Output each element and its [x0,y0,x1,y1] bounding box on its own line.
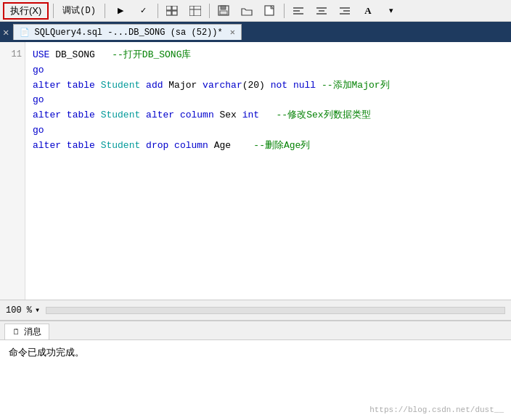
dropdown-arrow-btn[interactable]: ▾ [380,2,402,20]
align-right-icon [338,4,351,17]
text-format-icon: A [361,4,375,17]
icon-btn-5[interactable] [259,2,281,20]
icon-btn-8[interactable] [334,2,356,20]
grid-icon [165,4,179,17]
open-icon [240,4,253,17]
messages-tab[interactable]: 🗒 消息 [4,324,49,339]
file-icon: 📄 [20,28,30,37]
messages-tab-label: 消息 [24,326,41,338]
run-icon-btn[interactable]: ▶ [110,2,131,20]
svg-rect-8 [221,6,226,9]
query-tab[interactable]: 📄 SQLQuery4.sql -...DB_SONG (sa (52))* ✕ [13,24,241,40]
separator-3 [158,4,158,18]
svg-rect-9 [220,11,227,15]
align-left-icon [292,4,305,17]
icon-btn-7[interactable] [311,2,332,20]
chevron-down-icon: ▾ [385,4,398,17]
toolbar: 执行(X) 调试(D) ▶ ✓ [0,0,511,22]
statusbar: 100 % ▾ [0,300,511,320]
separator-5 [284,4,285,18]
code-editor[interactable]: USE DB_SONG --打开DB_SONG库 go alter table … [25,42,511,300]
zoom-value: 100 % [6,305,32,316]
editor-area: 11 USE DB_SONG --打开DB_SONG库 go alter tab… [0,42,511,300]
new-icon [263,4,277,17]
svg-rect-2 [166,11,171,15]
separator-2 [105,4,105,18]
check-icon-btn[interactable]: ✓ [133,2,155,20]
svg-rect-1 [172,6,177,10]
tab-close-btn[interactable]: ✕ [230,27,235,38]
watermark: https://blog.csdn.net/dust__ [369,405,504,414]
result-message: 命令已成功完成。 [9,347,84,358]
execute-button[interactable]: 执行(X) [3,2,49,20]
app-window: 执行(X) 调试(D) ▶ ✓ [0,0,511,420]
table-icon [189,4,202,17]
separator-4 [209,4,210,18]
align-center-icon [315,4,328,17]
separator-1 [53,4,54,18]
debug-button[interactable]: 调试(D) [58,2,100,20]
icon-btn-2[interactable] [184,2,206,20]
icon-btn-4[interactable] [236,2,258,20]
results-tabs: 🗒 消息 [0,321,511,340]
icon-btn-1[interactable] [161,2,183,20]
tab-label: SQLQuery4.sql -...DB_SONG (sa (52))* [34,28,222,38]
tab-close-x[interactable]: ✕ [3,26,9,38]
execute-label: 执行(X) [10,4,41,17]
svg-rect-4 [189,6,201,16]
icon-btn-6[interactable] [287,2,309,20]
svg-rect-0 [166,6,171,10]
zoom-arrow-icon: ▾ [35,305,40,316]
svg-rect-3 [172,11,177,15]
debug-label: 调试(D) [62,4,96,17]
toolbar-icons: ▶ ✓ [110,2,402,20]
tabbar: ✕ 📄 SQLQuery4.sql -...DB_SONG (sa (52))*… [0,22,511,42]
message-tab-icon: 🗒 [12,327,20,337]
horizontal-scrollbar[interactable] [46,307,505,314]
run-icon: ▶ [114,4,127,17]
checkmark-icon: ✓ [137,4,150,17]
zoom-dropdown[interactable]: ▾ [35,305,40,316]
line-numbers: 11 [0,42,25,300]
icon-btn-9[interactable]: A [357,2,379,20]
watermark-text: https://blog.csdn.net/dust__ [369,405,504,414]
zoom-control: 100 % ▾ [6,305,40,316]
icon-btn-3[interactable] [213,2,234,20]
save-icon [217,4,230,17]
